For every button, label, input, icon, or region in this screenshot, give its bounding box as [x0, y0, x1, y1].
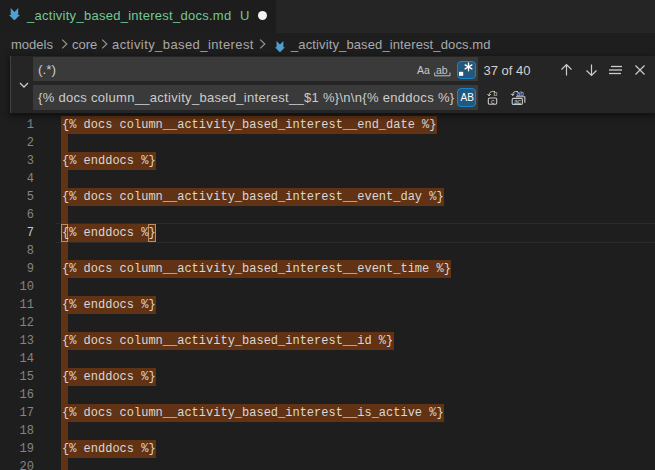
svg-text:b: b — [494, 90, 498, 97]
svg-text:ac: ac — [514, 98, 522, 105]
svg-text:c: c — [491, 98, 495, 105]
svg-text:ab: ab — [517, 90, 525, 97]
